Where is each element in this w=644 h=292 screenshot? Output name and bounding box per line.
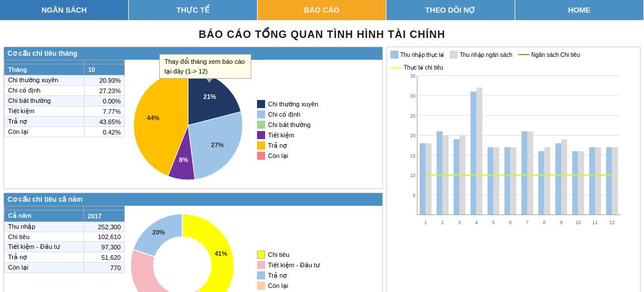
table-row: Thu nhập252,300 [5,222,125,232]
table-row: Chi tiêu102,610 [5,232,125,242]
legend-color [257,100,265,108]
table-cell: 770 [84,263,125,273]
bar-thu-nhap-thuc-te [572,151,578,215]
bar-legend-label: Thực tế chi tiêu [404,64,443,71]
pie-label: 27% [211,141,224,148]
table-row: Chi thường xuyên20.93% [5,75,125,86]
table-cell: 7.77% [85,106,125,117]
table-cell: 51,620 [84,252,125,263]
monthly-th: 10 [85,64,125,75]
legend-item: Tiết kiệm - Đầu tư [257,261,320,269]
annual-header: Cơ cấu chi tiêu cả năm [4,193,382,206]
donut-slice [131,249,210,292]
nav-item-theo-dõi-nợ[interactable]: THEO DÕI NỢ [386,0,515,20]
pie-label: 8% [179,156,188,163]
page-title: BÁO CÁO TỔNG QUAN TÌNH HÌNH TÀI CHÍNH [0,20,644,47]
monthly-legend: Chi thường xuyênChi cố địnhChi bất thườn… [257,100,318,160]
legend-item: Trả nợ [257,271,320,279]
bar-thu-nhap-ngan-sach [595,147,601,215]
bar-thu-nhap-ngan-sach [612,147,618,215]
legend-color [257,131,265,139]
annual-col-2 [84,206,125,210]
table-cell: 43.65% [85,117,125,127]
y-label: 30 [410,93,416,99]
y-label: 10 [410,172,416,178]
bar-legend-item: Thu nhập thực tế [390,51,444,59]
x-label: 11 [592,220,598,225]
bar-thu-nhap-thuc-te [470,91,476,214]
annual-col-1 [5,206,84,210]
navigation: NGÂN SÁCHTHỰC TẾBÁO CÁOTHEO DÕI NỢHOME [0,0,644,20]
monthly-col-2 [85,60,125,64]
table-cell: 252,300 [84,222,125,232]
legend-color [257,141,265,149]
tooltip-arrow [206,78,213,83]
bar-thu-nhap-thuc-te [420,143,425,214]
legend-label: Trả nợ [268,272,287,279]
monthly-section: Cơ cấu chi tiêu tháng Tháng10Chi thường … [3,47,383,189]
table-cell: Trả nợ [5,117,85,127]
legend-label: Còn lại [268,152,288,160]
legend-color [257,121,265,129]
donut-label: 20% [152,229,165,236]
monthly-content: Tháng10Chi thường xuyên20.93%Chi cố định… [4,60,382,189]
legend-color [257,282,265,290]
legend-item: Trả nợ [257,141,318,149]
legend-label: Còn lại [268,282,288,290]
legend-color [257,271,265,279]
monthly-col-1 [5,60,85,64]
nav-item-báo-cáo[interactable]: BÁO CÁO [258,0,386,20]
annual-content: Cả năm2017Thu nhập252,300Chi tiêu102,610… [4,206,382,292]
table-cell: Còn lại [5,263,84,273]
bar-thu-nhap-thuc-te [436,131,442,214]
bar-legend-color [450,51,458,59]
table-cell: Tiết kiệm - Đầu tư [5,242,84,252]
annual-table-area: Cả năm2017Thu nhập252,300Chi tiêu102,610… [4,206,125,273]
y-label: 15 [410,153,416,159]
x-label: 7 [526,220,529,225]
nav-item-ngân-sách[interactable]: NGÂN SÁCH [0,0,129,20]
x-label: 4 [475,220,478,225]
bar-thu-nhap-thuc-te [555,143,561,214]
table-cell: Thu nhập [5,222,84,232]
pie-chart: 21%27%8%44% [125,62,251,189]
table-cell: 0.00% [85,96,125,106]
tooltip-box: Thay đổi tháng xem báo cáo tại đây (1-> … [159,54,251,79]
pie-svg: 21%27%8%44% [125,62,251,189]
table-row: Trả nợ51,620 [5,252,125,263]
x-label: 6 [509,220,512,225]
table-cell: Trả nợ [5,252,84,263]
y-label: 5 [413,193,416,198]
table-cell: Chi tiêu [5,232,84,242]
bar-legend: Thu nhập thực tếThu nhập ngân sáchNgân s… [390,51,637,71]
annual-chart-area: 41%39%20% Chi tiêuTiết kiệm - Đầu tưTrả … [125,206,382,292]
y-label: 25 [410,113,416,119]
table-row: Tiết kiệm7.77% [5,106,125,117]
table-cell: 27.23% [85,86,125,96]
x-label: 1 [424,220,427,225]
bar-legend-item: Thực tế chi tiêu [390,64,443,71]
x-label: 8 [543,220,546,225]
bar-thu-nhap-ngan-sach [477,87,482,214]
annual-th: 2017 [84,210,125,222]
bar-thu-nhap-ngan-sach [578,151,584,215]
x-label: 12 [610,220,615,225]
bar-thu-nhap-thuc-te [606,147,612,215]
table-cell: Chi cố định [5,86,85,96]
bar-thu-nhap-thuc-te [454,139,459,214]
legend-label: Chi cố định [268,111,300,118]
table-cell: 0.42% [85,127,125,137]
bar-thu-nhap-ngan-sach [511,147,516,215]
bar-legend-item: Thu nhập ngân sách [450,51,512,59]
legend-item: Còn lại [257,282,320,290]
left-column: Cơ cấu chi tiêu tháng Tháng10Chi thường … [3,47,383,292]
bar-thu-nhap-ngan-sach [493,147,499,215]
table-cell: Tiết kiệm [5,106,85,117]
legend-label: Tiết kiệm - Đầu tư [268,262,320,269]
legend-item: Chi bất thường [257,121,318,129]
nav-item-home[interactable]: HOME [515,0,644,20]
legend-label: Chi thường xuyên [268,101,318,108]
legend-item: Chi thường xuyên [257,100,318,108]
nav-item-thực-tế[interactable]: THỰC TẾ [129,0,258,20]
legend-color [257,261,265,269]
